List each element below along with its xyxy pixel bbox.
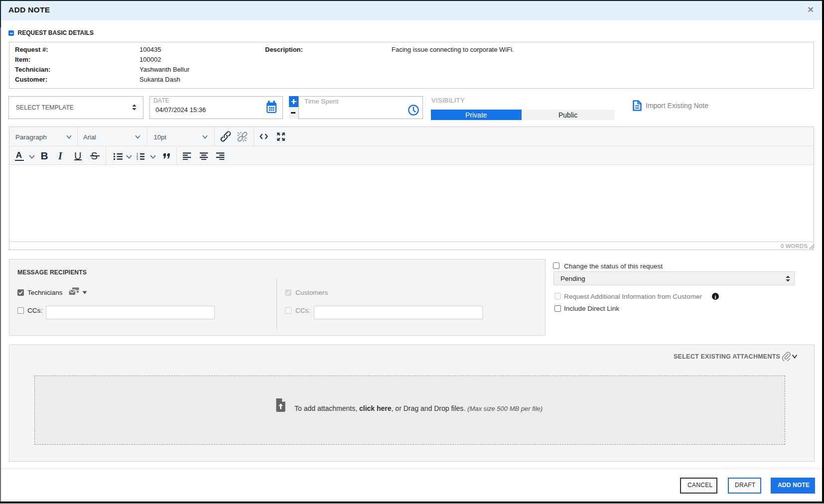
svg-text:3: 3 <box>137 158 138 160</box>
